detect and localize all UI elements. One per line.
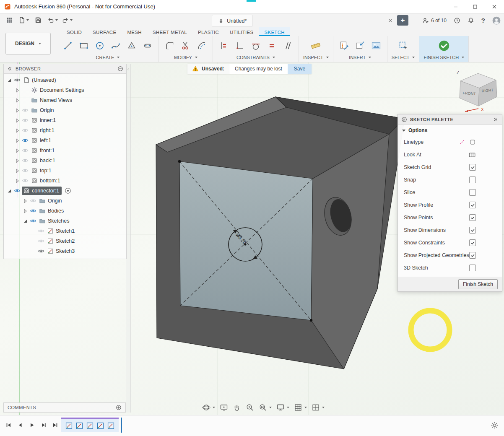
expander-collapsed-icon[interactable] — [22, 208, 29, 214]
expander-collapsed-icon[interactable] — [14, 138, 21, 143]
timeline-track[interactable] — [61, 418, 122, 433]
expander-expanded-icon[interactable] — [6, 188, 13, 194]
browser-item-origin[interactable]: Origin — [4, 105, 126, 115]
expander-collapsed-icon[interactable] — [14, 168, 21, 174]
visibility-eye-icon[interactable] — [13, 187, 22, 194]
look-at-icon[interactable] — [468, 151, 476, 158]
ribbon-tab-sheet-metal[interactable]: SHEET METAL — [147, 27, 192, 36]
checkbox-show-points[interactable] — [469, 214, 476, 221]
redo-button[interactable] — [61, 15, 73, 26]
expander-collapsed-icon[interactable] — [14, 178, 21, 184]
timeline-feature-3[interactable] — [86, 422, 94, 429]
avatar[interactable] — [492, 16, 501, 25]
tool-constraint-midpoint-icon[interactable] — [217, 39, 231, 53]
tool-rectangle-icon[interactable] — [77, 39, 91, 53]
visibility-eye-icon[interactable] — [36, 248, 46, 254]
visibility-eye-icon[interactable] — [21, 147, 30, 154]
gutter-chevron-icon[interactable] — [126, 67, 130, 71]
ribbon-group-label-insert[interactable]: INSERT — [349, 55, 371, 61]
visibility-eye-icon[interactable] — [21, 167, 30, 174]
expander-collapsed-icon[interactable] — [14, 117, 21, 123]
tool-fillet-icon[interactable] — [163, 39, 177, 53]
expander-expanded-icon[interactable] — [22, 218, 29, 224]
checkbox-show-constraints[interactable] — [469, 239, 476, 246]
tool-line-icon[interactable] — [61, 39, 75, 53]
timeline-feature-5[interactable] — [107, 422, 114, 429]
collapse-left-icon[interactable] — [7, 66, 13, 72]
construction-line-icon[interactable] — [459, 139, 465, 145]
centerline-icon[interactable] — [469, 139, 476, 145]
tool-trim-icon[interactable] — [179, 39, 192, 53]
collapse-all-icon[interactable] — [117, 66, 123, 72]
warning-save-button[interactable]: Save — [288, 64, 312, 74]
visibility-eye-icon[interactable] — [29, 218, 38, 224]
nav-orbit-icon[interactable] — [202, 403, 215, 412]
browser-item-front-1[interactable]: front:1 — [4, 145, 126, 156]
visibility-eye-icon[interactable] — [21, 157, 30, 164]
tool-constraint-equal-icon[interactable] — [265, 39, 278, 53]
visibility-eye-icon[interactable] — [21, 127, 30, 134]
tool-finish-sketch-icon[interactable] — [437, 39, 451, 53]
ribbon-tab-sketch[interactable]: SKETCH — [259, 27, 290, 36]
timeline-step-forward-icon[interactable] — [39, 421, 48, 429]
browser-item-sketch1[interactable]: Sketch1 — [4, 226, 126, 236]
visibility-eye-icon[interactable] — [36, 238, 46, 244]
tool-insert-svg-icon[interactable] — [338, 39, 351, 53]
notifications-bell-icon[interactable] — [468, 17, 474, 24]
expander-collapsed-icon[interactable] — [14, 107, 21, 113]
timeline-step-back-icon[interactable] — [16, 421, 24, 429]
ribbon-group-label-finish-sketch[interactable]: FINISH SKETCH — [423, 55, 464, 61]
browser-item-left-1[interactable]: left:1 — [4, 135, 126, 145]
timeline-feature-2[interactable] — [76, 422, 83, 429]
browser-item-inner-1[interactable]: inner:1 — [4, 115, 126, 125]
dock-panel-icon[interactable] — [493, 117, 499, 122]
visibility-eye-icon[interactable] — [21, 137, 30, 144]
timeline-skip-start-icon[interactable] — [4, 421, 13, 429]
tool-spline-icon[interactable] — [109, 39, 122, 53]
add-comment-icon[interactable] — [116, 405, 122, 410]
tool-canvas-image-icon[interactable] — [369, 39, 383, 53]
browser-item-origin[interactable]: Origin — [4, 196, 126, 206]
tool-constraint-parallel-icon[interactable] — [281, 39, 294, 53]
timeline-skip-end-icon[interactable] — [51, 421, 60, 429]
document-count-badge[interactable]: 6 of 10 — [422, 17, 447, 24]
finish-sketch-button[interactable]: Finish Sketch — [458, 279, 498, 289]
visibility-eye-icon[interactable] — [36, 228, 46, 234]
sketch-point-top-left[interactable] — [178, 160, 181, 163]
comments-bar[interactable]: COMMENTS — [3, 402, 126, 413]
ribbon-group-label-constraints[interactable]: CONSTRAINTS — [236, 55, 275, 61]
expander-expanded-icon[interactable] — [6, 77, 13, 83]
sketch-point-bottom-right[interactable] — [310, 319, 312, 322]
tool-decal-icon[interactable] — [353, 39, 367, 53]
browser-item-right-1[interactable]: right:1 — [4, 125, 126, 135]
browser-item-sketches[interactable]: Sketches — [4, 216, 126, 226]
browser-item-sketch2[interactable]: Sketch2 — [4, 236, 126, 246]
new-tab-button[interactable]: + — [397, 15, 408, 26]
checkbox-slice[interactable] — [469, 189, 476, 196]
close-window-button[interactable] — [485, 0, 504, 13]
ribbon-group-label-create[interactable]: CREATE — [96, 55, 120, 61]
ribbon-group-label-select[interactable]: SELECT — [392, 55, 415, 61]
checkbox-show-projected-geometries[interactable] — [469, 252, 476, 259]
browser-item-bottom-1[interactable]: bottom:1 — [4, 176, 126, 186]
timeline-feature-1[interactable] — [65, 422, 73, 429]
browser-item-sketch3[interactable]: Sketch3 — [4, 246, 126, 256]
tool-select-icon[interactable] — [397, 39, 410, 53]
undo-button[interactable] — [47, 15, 59, 26]
workspace-selector[interactable]: DESIGN — [5, 33, 51, 54]
tool-measure-icon[interactable] — [309, 39, 322, 53]
help-button[interactable]: ? — [481, 17, 485, 24]
checkbox-show-profile[interactable] — [469, 202, 476, 208]
tool-constraint-tangent-icon[interactable] — [249, 39, 262, 53]
ribbon-tab-utilities[interactable]: UTILITIES — [224, 27, 259, 36]
file-menu-button[interactable] — [18, 15, 30, 26]
tool-polygon-icon[interactable] — [125, 39, 138, 53]
expander-collapsed-icon[interactable] — [14, 87, 21, 93]
ribbon-tab-solid[interactable]: SOLID — [61, 27, 87, 36]
visibility-eye-icon[interactable] — [21, 177, 30, 184]
timeline-play-icon[interactable] — [28, 421, 36, 429]
checkbox-sketch-grid[interactable] — [469, 164, 476, 171]
expander-collapsed-icon[interactable] — [14, 158, 21, 164]
ribbon-group-label-inspect[interactable]: INSPECT — [303, 55, 329, 61]
viewcube[interactable]: FRONT RIGHT Z X — [454, 68, 504, 114]
